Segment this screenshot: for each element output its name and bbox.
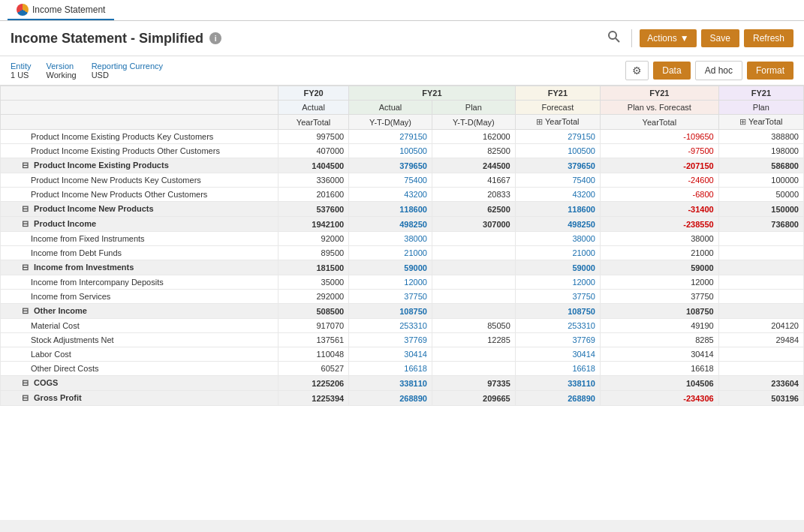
header-actions: Actions ▼ Save Refresh	[604, 27, 793, 50]
table-row: ⊟ Product Income New Products53760011860…	[1, 202, 804, 217]
currency-filter[interactable]: Reporting Currency USD	[92, 62, 163, 80]
collapse-icon[interactable]: ⊟	[22, 263, 31, 272]
cell-value: -238550	[600, 217, 718, 232]
cell-value: 379650	[515, 158, 600, 173]
cell-value: 43200	[349, 188, 432, 202]
row-label-text: Product Income New Products	[34, 204, 154, 213]
currency-label[interactable]: Reporting Currency	[92, 62, 163, 71]
collapse-icon[interactable]: ⊟	[22, 393, 31, 402]
collapse-icon[interactable]: ⊟	[22, 306, 31, 315]
cell-value: 498250	[349, 217, 432, 232]
cell-value: 37750	[349, 290, 432, 304]
cell-value	[432, 232, 515, 246]
table-row: ⊟ Product Income194210049825030700049825…	[1, 217, 804, 232]
cell-value: 586800	[718, 158, 803, 173]
row-label-text: Product Income Existing Products Key Cus…	[31, 132, 213, 141]
cell-value: 12000	[600, 275, 718, 290]
actual-fy21-type: Actual	[349, 101, 432, 115]
entity-filter[interactable]: Entity 1 US	[11, 62, 32, 80]
cell-value: 38000	[349, 232, 432, 246]
page-title-container: Income Statement - Simplified i	[11, 31, 221, 47]
cell-value: 92000	[279, 232, 349, 246]
cell-value: 37769	[515, 333, 600, 347]
yeartotal-forecast-period[interactable]: ⊞ YearTotal	[515, 115, 600, 130]
fy21-actual-group-header: FY21	[349, 86, 516, 101]
actions-chevron-icon: ▼	[680, 33, 689, 44]
collapse-icon[interactable]: ⊟	[22, 204, 31, 213]
info-icon[interactable]: i	[209, 32, 221, 44]
cell-value	[432, 246, 515, 260]
cell-value: 75400	[349, 173, 432, 188]
row-label-text: Gross Profit	[34, 393, 82, 402]
adhoc-button[interactable]: Ad hoc	[695, 61, 742, 80]
tab-income-statement[interactable]: Income Statement	[8, 0, 114, 20]
cell-value: 279150	[349, 130, 432, 144]
planvsforecast-fy21-type: Plan vs. Forecast	[600, 101, 718, 115]
yeartotal-fy20-period: YearTotal	[279, 115, 349, 130]
collapse-icon[interactable]: ⊟	[22, 161, 31, 170]
cell-value: 37750	[600, 290, 718, 304]
version-value: Working	[47, 71, 77, 80]
entity-value: 1 US	[11, 71, 32, 80]
cell-value: 30414	[515, 347, 600, 362]
cell-value: 41667	[432, 173, 515, 188]
cell-value: 59000	[600, 260, 718, 275]
cell-value: 268890	[515, 391, 600, 406]
svg-point-0	[609, 32, 616, 39]
cell-value	[718, 232, 803, 246]
table-row: ⊟ Gross Profit1225394268890209665268890-…	[1, 391, 804, 406]
actions-label: Actions	[647, 33, 676, 44]
cell-value: 1942100	[279, 217, 349, 232]
filter-left: Entity 1 US Version Working Reporting Cu…	[11, 62, 163, 80]
plan-fy21-type: Plan	[432, 101, 515, 115]
cell-value: 268890	[349, 391, 432, 406]
expand-icon-plan[interactable]: ⊞	[739, 117, 746, 126]
expand-icon-forecast[interactable]: ⊞	[536, 117, 543, 126]
cell-value: 108750	[515, 304, 600, 319]
ytd-may-plan-period: Y-T-D(May)	[432, 115, 515, 130]
cell-value: 407000	[279, 144, 349, 158]
row-label-text: Income from Intercompany Deposits	[31, 278, 164, 287]
collapse-icon[interactable]: ⊟	[22, 219, 31, 228]
cell-value: 209665	[432, 391, 515, 406]
col-group-row: FY20 FY21 FY21 FY21 FY21	[1, 86, 804, 101]
table-row: Stock Adjustments Net1375613776912285377…	[1, 333, 804, 347]
data-button[interactable]: Data	[653, 62, 690, 80]
settings-button[interactable]: ⚙	[625, 61, 649, 80]
cell-value: 21000	[515, 246, 600, 260]
fy20-group-header: FY20	[279, 86, 349, 101]
cell-value: 38000	[515, 232, 600, 246]
cell-value: 162000	[432, 130, 515, 144]
cell-value: 8285	[600, 333, 718, 347]
row-label-text: Stock Adjustments Net	[31, 335, 114, 344]
cell-value: 307000	[432, 217, 515, 232]
cell-value: 50000	[718, 188, 803, 202]
actions-button[interactable]: Actions ▼	[640, 29, 696, 47]
cell-value: 118600	[349, 202, 432, 217]
entity-label[interactable]: Entity	[11, 62, 32, 71]
table-row: Material Cost917070253310850502533104919…	[1, 319, 804, 333]
format-button[interactable]: Format	[747, 62, 793, 80]
cell-value	[432, 304, 515, 319]
cell-value: 181500	[279, 260, 349, 275]
version-filter[interactable]: Version Working	[47, 62, 77, 80]
search-button[interactable]	[604, 27, 624, 50]
page-title: Income Statement - Simplified	[11, 31, 203, 47]
cell-value: 16618	[349, 362, 432, 376]
cell-value: 336000	[279, 173, 349, 188]
save-button[interactable]: Save	[701, 29, 739, 47]
refresh-button[interactable]: Refresh	[744, 29, 793, 47]
cell-value: 49190	[600, 319, 718, 333]
cell-value: 75400	[515, 173, 600, 188]
cell-value: 201600	[279, 188, 349, 202]
collapse-icon[interactable]: ⊟	[22, 378, 31, 387]
filter-right: ⚙ Data Ad hoc Format	[625, 61, 793, 80]
version-label[interactable]: Version	[47, 62, 77, 71]
filter-bar: Entity 1 US Version Working Reporting Cu…	[0, 56, 804, 86]
row-label-text: Product Income New Products Key Customer…	[31, 176, 201, 185]
cell-value: 736800	[718, 217, 803, 232]
cell-value: 12000	[515, 275, 600, 290]
cell-value: 21000	[349, 246, 432, 260]
yeartotal-plan2-period[interactable]: ⊞ YearTotal	[718, 115, 803, 130]
cell-value: 85050	[432, 319, 515, 333]
